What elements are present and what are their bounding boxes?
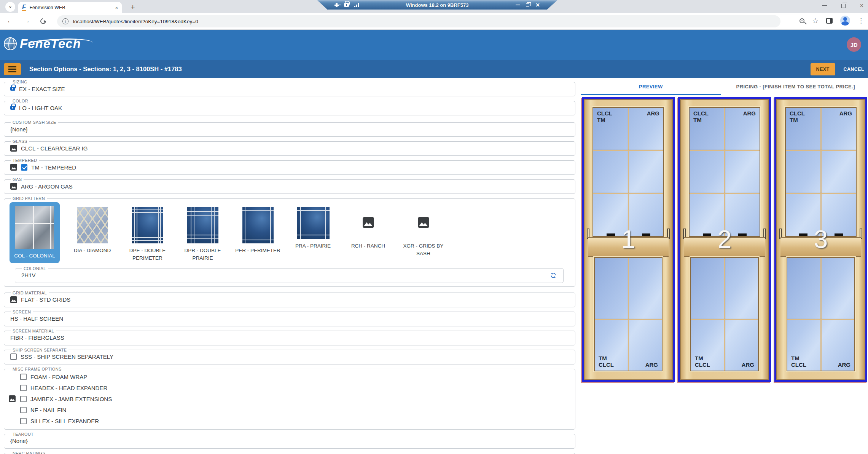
globe-icon [4,37,17,50]
sizing-value: EX - EXACT SIZE [19,86,65,92]
tile-label: PER - PERIMETER [235,247,280,254]
field-label: GLASS [11,139,29,144]
foam-wrap-checkbox[interactable] [20,374,27,380]
field-misc-frame-options: MISC FRAME OPTIONS FOAM - FOAM WRAP HEAD… [4,367,575,430]
field-gas: GAS ARG - ARGON GAS [4,177,575,194]
gas-spec-label: ARG [838,362,850,368]
tab-search-chevron-icon[interactable]: ˅ [5,2,15,12]
tile-label: DIA - DIAMOND [74,247,111,254]
glass-spec-label: TMCLCL [599,355,614,368]
forward-icon[interactable]: → [24,17,30,25]
site-info-icon[interactable]: i [62,18,68,24]
tab-pricing[interactable]: PRICING - [FINISH ITEM TO SEE TOTAL PRIC… [723,78,868,95]
grid-pattern-tile-grids-by-sash[interactable]: XGR - GRIDS BY SASH [396,202,451,257]
reload-icon[interactable] [39,17,47,25]
grid-pattern-tile-diamond[interactable]: DIA - DIAMOND [65,202,120,254]
custom-sash-size-select[interactable]: {None} [9,125,570,134]
bookmark-star-icon[interactable]: ☆ [812,17,819,24]
browser-menu-icon[interactable]: ⋮ [858,17,864,25]
jamb-extensions-checkbox[interactable] [20,396,27,402]
gas-spec-label: ARG [645,362,658,368]
lock-icon [10,87,15,91]
window-preview-unit-3[interactable]: CLCLTM ARG 3 TMCLCL ARG [774,97,867,382]
field-label: GAS [11,177,24,182]
grid-pattern-tile-double-perimeter[interactable]: DPE - DOUBLE PERIMETER [120,202,175,262]
field-grid-material: GRID MATERIAL FLAT - STD GRIDS [4,291,575,307]
window-frame: CLCLTM ARG 3 TMCLCL ARG [776,99,865,380]
browser-tab[interactable]: F FeneVision WEB × [18,2,122,13]
side-panel-icon[interactable] [826,18,833,24]
remote-restore-icon[interactable] [526,3,529,7]
field-ship-screen-separate: SHIP SCREEN SEPARATE SSS - SHIP SCREEN S… [4,348,575,364]
grid-pattern-tile-colonial[interactable]: COL - COLONIAL [10,202,60,263]
perimeter-thumbnail [242,207,274,243]
tab-preview[interactable]: PREVIEW [578,78,723,95]
glass-spec-label: CLCLTM [693,110,709,123]
tile-label: PRA - PRAIRIE [295,242,331,250]
cancel-button[interactable]: CANCEL [844,67,864,72]
signal-strength-icon [354,3,359,7]
field-label: SIZING [11,80,29,84]
grid-pattern-tile-double-prairie[interactable]: DPR - DOUBLE PRAIRIE [175,202,230,262]
section-number: 1 [585,225,672,254]
window-close-icon[interactable]: × [860,3,863,9]
window-restore-icon[interactable] [841,4,846,8]
back-icon[interactable]: ← [7,17,13,25]
tab-close-icon[interactable]: × [115,5,118,11]
field-label: GRID MATERIAL [11,291,49,295]
new-tab-button[interactable]: + [128,2,138,12]
window-frame: CLCLTM ARG 2 TMCLCL ARG [680,99,769,380]
field-screen: SCREEN HS - HALF SCREEN [4,310,575,326]
field-screen-material: SCREEN MATERIAL FIBR - FIBERGLASS [4,329,575,345]
misc-option-label: SILLEX - SILL EXPANDER [30,418,99,424]
url-bar[interactable]: i localhost/WEB/quotes/lineitem?oKey=109… [57,15,780,27]
next-button[interactable]: NEXT [811,63,835,75]
remote-minimize-icon[interactable] [516,5,520,5]
sill-expander-checkbox[interactable] [20,418,27,424]
glass-select[interactable]: CLCL - CLEAR/CLEAR IG [9,144,570,153]
app-header: FeneTech JD [0,30,868,60]
colonial-input[interactable]: 2H1V [20,271,558,280]
screen-select[interactable]: HS - HALF SCREEN [9,314,570,323]
tempered-checkbox[interactable] [21,164,27,171]
gas-select[interactable]: ARG - ARGON GAS [9,182,570,191]
grid-pattern-tile-prairie[interactable]: PRA - PRAIRIE [285,202,341,250]
section-options-toolbar: Section Options - Sections: 1, 2, 3 - 81… [0,60,868,78]
ship-screen-separately-checkbox[interactable] [10,353,17,360]
glass-spec-label: TMCLCL [791,355,806,368]
tempered-row: TM - TEMPERED [9,163,570,172]
screen-material-select[interactable]: FIBR - FIBERGLASS [9,333,570,342]
refresh-icon[interactable] [549,272,557,280]
browser-profile-icon[interactable] [840,16,850,26]
tearout-value: {None} [10,438,28,444]
gas-spec-label: ARG [839,110,852,117]
window-minimize-icon[interactable] [822,5,827,6]
field-sizing: SIZING EX - EXACT SIZE [4,80,575,96]
pin-icon[interactable] [334,5,339,6]
sizing-value-row[interactable]: EX - EXACT SIZE [9,84,570,93]
color-value: LO - LIGHT OAK [19,105,62,111]
field-grid-pattern: GRID PATTERN COL - COLONIAL DIA - DIAMON… [4,196,575,287]
window-preview-unit-2[interactable]: CLCLTM ARG 2 TMCLCL ARG [678,97,771,382]
color-value-row[interactable]: LO - LIGHT OAK [9,103,570,112]
zoom-icon[interactable] [800,18,804,23]
image-placeholder-icon [10,183,17,190]
head-expander-checkbox[interactable] [20,385,27,391]
field-label: CUSTOM SASH SIZE [11,120,58,125]
lower-sash-glass: TMCLCL ARG [594,257,663,371]
preview-tabs: PREVIEW PRICING - [FINISH ITEM TO SEE TO… [578,78,868,95]
misc-option-row: HEADEX - HEAD EXPANDER [9,382,570,393]
grid-pattern-tile-perimeter[interactable]: PER - PERIMETER [230,202,285,254]
menu-hamburger-button[interactable] [4,63,21,75]
gas-spec-label: ARG [742,362,754,368]
grid-pattern-tile-ranch[interactable]: RCH - RANCH [341,202,396,250]
grid-material-select[interactable]: FLAT - STD GRIDS [9,295,570,304]
field-glass: GLASS CLCL - CLEAR/CLEAR IG [4,139,575,156]
nail-fin-checkbox[interactable] [20,407,27,413]
glass-spec-label: TMCLCL [695,355,710,368]
field-tempered: TEMPERED TM - TEMPERED [4,158,575,175]
remote-close-icon[interactable]: ✕ [535,2,540,8]
user-avatar[interactable]: JD [847,37,861,52]
tearout-select[interactable]: {None} [9,436,570,446]
window-preview-unit-1[interactable]: CLCLTM ARG 1 TMCLCL ARG [582,97,675,382]
